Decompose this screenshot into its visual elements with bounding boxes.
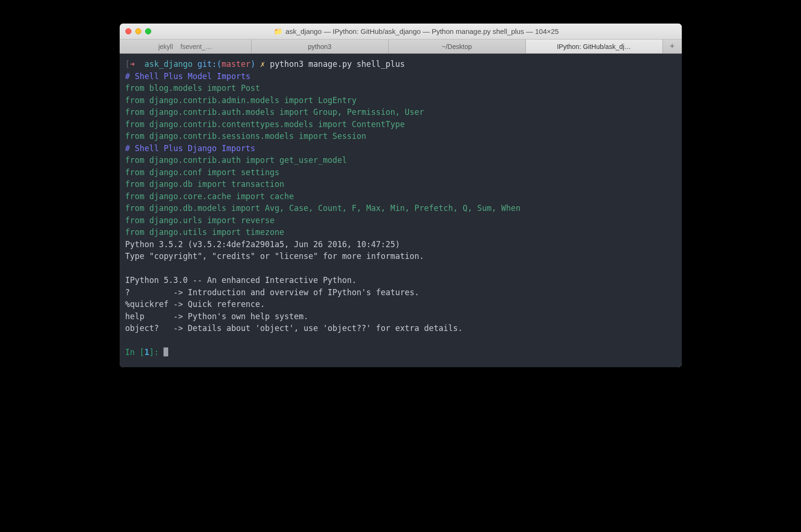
subtab-fsevent[interactable]: fsevent_… — [179, 43, 214, 50]
line-python-version: Python 3.5.2 (v3.5.2:4def2a2901a5, Jun 2… — [125, 240, 400, 249]
titlebar[interactable]: 📁 ask_django — IPython: GitHub/ask_djang… — [120, 24, 682, 40]
line-import: from django.conf import settings — [125, 168, 280, 177]
line-import: from django.contrib.admin.models import … — [125, 96, 357, 105]
line-comment-2: # Shell Plus Django Imports — [125, 144, 255, 153]
line-import: from django.contrib.auth import get_user… — [125, 155, 347, 165]
line-help-help: help -> Python's own help system. — [125, 312, 309, 321]
tab-bar: jekyll fsevent_… python3 ~/Desktop IPyth… — [120, 40, 682, 54]
prompt-bracket-open: [ — [125, 59, 130, 69]
line-comment-1: # Shell Plus Model Imports — [125, 72, 251, 81]
line-import: from blog.models import Post — [125, 83, 261, 93]
line-import: from django.contrib.contenttypes.models … — [125, 120, 405, 129]
prompt-dir: ask_django — [139, 59, 193, 69]
tab-python3[interactable]: python3 — [252, 40, 389, 53]
line-help-quickref: %quickref -> Quick reference. — [125, 299, 265, 309]
tab-desktop[interactable]: ~/Desktop — [389, 40, 526, 53]
traffic-lights — [125, 28, 151, 34]
line-copyright: Type "copyright", "credits" or "license"… — [125, 251, 425, 261]
close-icon[interactable] — [125, 28, 131, 34]
line-import: from django.contrib.auth.models import G… — [125, 107, 425, 117]
ipy-prompt-in: In [ — [125, 347, 145, 357]
prompt-branch: master — [221, 59, 250, 69]
window-title-wrap: 📁 ask_django — IPython: GitHub/ask_djang… — [157, 27, 676, 36]
line-import: from django.urls import reverse — [125, 216, 275, 225]
line-import: from django.contrib.sessions.models impo… — [125, 131, 367, 141]
tab-ipython-active[interactable]: IPython: GitHub/ask_dj… — [526, 40, 663, 53]
terminal-content[interactable]: [➜ ask_django git:(master) ✗ python3 man… — [120, 54, 682, 367]
prompt-dirty: ✗ — [255, 59, 265, 69]
prompt-arrow: ➜ — [130, 59, 139, 69]
line-import: from django.core.cache import cache — [125, 192, 294, 201]
minimize-icon[interactable] — [135, 28, 141, 34]
zoom-icon[interactable] — [145, 28, 151, 34]
ipy-prompt-close: ]: — [149, 347, 164, 357]
ipy-prompt-num: 1 — [144, 347, 149, 357]
folder-icon: 📁 — [274, 27, 283, 36]
prompt-git-close: ) — [251, 59, 255, 69]
cursor-icon — [163, 347, 168, 356]
line-import: from django.db.models import Avg, Case, … — [125, 203, 521, 213]
subtab-jekyll[interactable]: jekyll — [156, 43, 175, 50]
new-tab-button[interactable]: + — [663, 40, 682, 53]
line-import: from django.db import transaction — [125, 179, 285, 189]
line-import: from django.utils import timezone — [125, 227, 285, 237]
terminal-window: 📁 ask_django — IPython: GitHub/ask_djang… — [120, 24, 682, 367]
window-title: ask_django — IPython: GitHub/ask_django … — [286, 27, 559, 35]
line-help-q: ? -> Introduction and overview of IPytho… — [125, 288, 419, 297]
line-ipython-ver: IPython 5.3.0 -- An enhanced Interactive… — [125, 275, 357, 285]
line-help-object: object? -> Details about 'object', use '… — [125, 323, 463, 333]
tab-jekyll-group[interactable]: jekyll fsevent_… — [120, 40, 252, 53]
prompt-git-label: git:( — [193, 59, 221, 69]
prompt-command: python3 manage.py shell_plus — [265, 59, 405, 69]
